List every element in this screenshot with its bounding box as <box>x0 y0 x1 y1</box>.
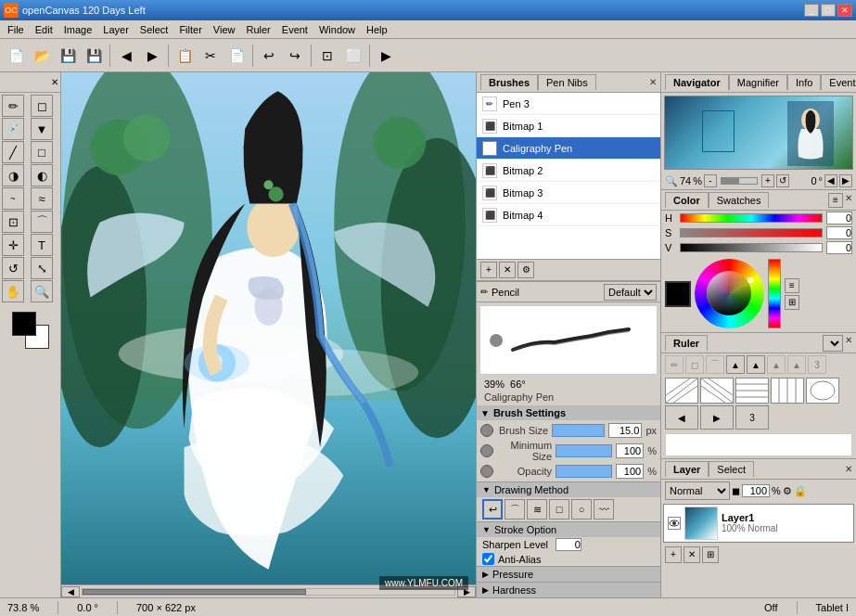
dm-btn-5[interactable]: 〰 <box>594 499 614 520</box>
paste-button[interactable]: 📄 <box>224 44 249 68</box>
brush-item-bitmap4[interactable]: ⬛ Bitmap 4 <box>477 204 660 226</box>
color-spectrum[interactable] <box>768 259 781 328</box>
ruler-tool-8[interactable]: 3 <box>808 355 826 374</box>
s-slider[interactable] <box>680 228 823 237</box>
opacity-slider[interactable] <box>556 465 612 478</box>
ruler-pattern-2[interactable] <box>700 378 734 404</box>
layer-blend-select[interactable]: Normal <box>665 481 730 500</box>
close-button[interactable]: ✕ <box>837 4 852 17</box>
ruler-tool-3[interactable]: ⌒ <box>706 355 724 374</box>
opacity-input[interactable] <box>616 464 644 479</box>
ruler-dropdown[interactable] <box>823 335 843 352</box>
zoom-slider[interactable] <box>721 177 758 185</box>
h-value[interactable] <box>826 212 852 225</box>
marquee-tool[interactable]: ⊡ <box>2 211 24 233</box>
lasso-tool[interactable]: ⌒ <box>31 211 53 233</box>
tab-layer[interactable]: Layer <box>665 461 709 477</box>
next-button[interactable]: ▶ <box>140 44 164 68</box>
tab-brushes[interactable]: Brushes <box>480 74 538 90</box>
color-wheel[interactable] <box>695 259 764 328</box>
min-size-slider[interactable] <box>556 444 612 457</box>
layer-opacity-input[interactable] <box>742 484 770 497</box>
v-slider[interactable] <box>680 243 823 252</box>
hand-tool[interactable]: ✋ <box>2 280 24 302</box>
menu-window[interactable]: Window <box>313 22 361 37</box>
deselect-button[interactable]: ⬜ <box>341 44 365 68</box>
pencil-dropdown[interactable]: Default <box>604 284 657 301</box>
dm-btn-2[interactable]: ≋ <box>527 499 547 520</box>
dm-btn-0[interactable]: ↩ <box>482 499 503 520</box>
fg-color[interactable] <box>12 312 36 336</box>
ruler-tool-7[interactable]: ▲ <box>787 355 806 374</box>
dm-btn-1[interactable]: ⌒ <box>505 499 525 520</box>
layer-item-0[interactable]: Layer1 100% Normal <box>664 505 853 542</box>
dodge-tool[interactable]: ◑ <box>2 164 24 186</box>
sharpen-input[interactable] <box>556 538 581 551</box>
prev-button[interactable]: ◀ <box>114 44 138 68</box>
brush-item-pen3[interactable]: ✏ Pen 3 <box>477 93 660 115</box>
color-close[interactable]: ✕ <box>845 193 852 208</box>
transform-tool[interactable]: ⤡ <box>31 257 53 279</box>
layer-visibility-icon[interactable] <box>668 517 681 530</box>
brush-size-slider[interactable] <box>552 424 605 437</box>
hardness-header[interactable]: ▶ Hardness <box>477 582 660 597</box>
tab-select[interactable]: Select <box>709 461 754 477</box>
menu-layer[interactable]: Layer <box>97 22 134 37</box>
menu-help[interactable]: Help <box>361 22 393 37</box>
s-value[interactable] <box>826 226 852 239</box>
copy-button[interactable]: 📋 <box>172 44 197 68</box>
eraser-tool[interactable]: ◻ <box>31 95 53 117</box>
canvas-area[interactable]: www.YLMFU.COM ◀ ▶ <box>61 72 476 597</box>
brush-delete-btn[interactable]: ✕ <box>499 262 516 278</box>
tab-magnifier[interactable]: Magnifier <box>729 74 787 90</box>
zoom-in-btn[interactable]: + <box>761 174 774 187</box>
layer-delete-btn[interactable]: ✕ <box>684 546 700 563</box>
ruler-tool-6[interactable]: ▲ <box>767 355 786 374</box>
layer-close[interactable]: ✕ <box>845 464 852 474</box>
brush-settings-btn[interactable]: ⚙ <box>517 262 534 278</box>
minimize-button[interactable]: _ <box>804 4 819 17</box>
color-menu-btn[interactable]: ≡ <box>828 193 843 208</box>
tab-info[interactable]: Info <box>787 74 821 90</box>
menu-filter[interactable]: Filter <box>173 22 207 37</box>
tab-event[interactable]: Event <box>821 74 856 90</box>
blur-tool[interactable]: ≈ <box>31 187 53 210</box>
save-button[interactable]: 💾 <box>56 44 80 68</box>
dm-btn-4[interactable]: ○ <box>571 499 592 520</box>
dm-btn-3[interactable]: □ <box>549 499 569 520</box>
pencil-tab[interactable]: Pencil <box>492 287 519 298</box>
brush-settings-header[interactable]: ▼ Brush Settings <box>477 405 660 420</box>
tab-pen-nibs[interactable]: Pen Nibs <box>538 74 596 90</box>
burn-tool[interactable]: ◐ <box>31 164 53 186</box>
tab-ruler[interactable]: Ruler <box>665 335 708 351</box>
line-tool[interactable]: ╱ <box>2 141 24 163</box>
ruler-close[interactable]: ✕ <box>845 335 852 352</box>
brush-item-bitmap1[interactable]: ⬛ Bitmap 1 <box>477 115 660 137</box>
layer-merge-btn[interactable]: ⊞ <box>702 546 719 563</box>
rotation-left-btn[interactable]: ◀ <box>824 174 837 187</box>
tab-swatches[interactable]: Swatches <box>709 192 770 208</box>
h-scroll-thumb[interactable] <box>83 589 306 595</box>
select-all-button[interactable]: ⊡ <box>315 44 339 68</box>
ruler-arrow-2[interactable]: ▶ <box>700 405 734 430</box>
ruler-pattern-4[interactable] <box>771 378 804 404</box>
pressure-header[interactable]: ▶ Pressure <box>477 566 660 582</box>
shape-tool[interactable]: □ <box>31 141 53 163</box>
menu-ruler[interactable]: Ruler <box>241 22 276 37</box>
menu-image[interactable]: Image <box>58 22 98 37</box>
move-tool[interactable]: ✛ <box>2 234 24 256</box>
layer-add-btn[interactable]: + <box>665 546 682 563</box>
ruler-tool-1[interactable]: ✏ <box>665 355 684 374</box>
extra-button[interactable]: ▶ <box>374 44 398 68</box>
brush-item-bitmap3[interactable]: ⬛ Bitmap 3 <box>477 182 660 204</box>
drawing-method-header[interactable]: ▼ Drawing Method <box>477 481 660 497</box>
ruler-tool-4[interactable]: ▲ <box>726 355 745 374</box>
new-button[interactable]: 📄 <box>4 44 28 68</box>
ruler-arrow-1[interactable]: ◀ <box>665 405 698 430</box>
redo-button[interactable]: ↪ <box>283 44 307 68</box>
min-size-input[interactable] <box>616 443 644 458</box>
tools-close[interactable]: ✕ <box>51 77 58 87</box>
ruler-pattern-1[interactable] <box>665 378 698 404</box>
menu-edit[interactable]: Edit <box>30 22 58 37</box>
brush-add-btn[interactable]: + <box>480 262 497 278</box>
